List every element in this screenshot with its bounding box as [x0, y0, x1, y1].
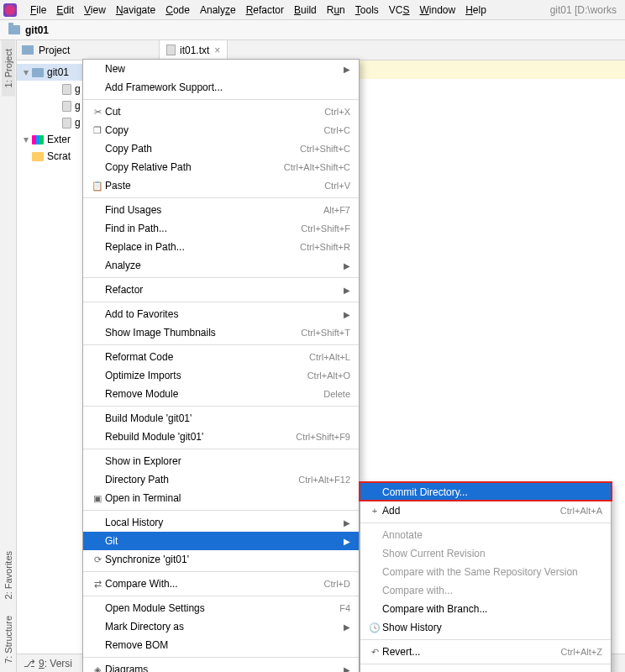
menu-item[interactable]: 📋PasteCtrl+V: [83, 176, 359, 195]
menu-item-icon: ✂: [90, 107, 105, 118]
menu-item-label: Commit Directory...: [382, 486, 602, 498]
left-tool-gutter: 1: Project 2: Favorites 7: Structure: [0, 40, 17, 672]
menu-item[interactable]: Copy Relative PathCtrl+Alt+Shift+C: [83, 158, 359, 176]
menu-item[interactable]: Show Image ThumbnailsCtrl+Shift+T: [83, 323, 359, 342]
menu-item-label: Optimize Imports: [105, 370, 287, 381]
menu-shortcut: Ctrl+Shift+R: [300, 242, 350, 252]
menu-item-icon: ⇄: [90, 579, 105, 590]
gutter-tab-structure[interactable]: 7: Structure: [2, 607, 15, 672]
menu-refactor[interactable]: Refactor: [241, 4, 289, 16]
menu-item[interactable]: Local History▶: [83, 513, 359, 532]
menu-item: Compare with...: [360, 581, 611, 600]
menu-item-icon: +: [367, 506, 382, 516]
menu-run[interactable]: Run: [322, 4, 350, 16]
app-logo-icon: [3, 3, 17, 17]
menu-window[interactable]: Window: [414, 4, 460, 16]
menu-shortcut: Delete: [323, 389, 350, 399]
menu-item[interactable]: Git▶: [83, 532, 359, 550]
menu-item[interactable]: ↶Revert...Ctrl+Alt+Z: [360, 643, 611, 661]
menu-file[interactable]: File: [25, 4, 51, 16]
menu-item[interactable]: Add to Favorites▶: [83, 305, 359, 323]
menu-item[interactable]: ✂CutCtrl+X: [83, 102, 359, 121]
breadcrumb-label[interactable]: git01: [25, 24, 49, 36]
menu-help[interactable]: Help: [460, 4, 491, 16]
menu-item[interactable]: Rebuild Module 'git01'Ctrl+Shift+F9: [83, 428, 359, 446]
menu-item[interactable]: Repository▶: [360, 667, 611, 672]
menu-item-label: Replace in Path...: [105, 241, 280, 253]
tree-label: git01: [47, 66, 69, 78]
bottom-tab-label: 9: Versi: [39, 658, 72, 669]
menu-view[interactable]: View: [79, 4, 111, 16]
menu-item[interactable]: Open Module SettingsF4: [83, 599, 359, 617]
menu-edit[interactable]: Edit: [51, 4, 79, 16]
tree-label: g: [75, 100, 81, 112]
submenu-arrow-icon: ▶: [344, 622, 350, 632]
breadcrumb: git01: [0, 20, 625, 40]
close-icon[interactable]: ×: [214, 45, 220, 56]
menu-bar: File Edit View Navigate Code Analyze Ref…: [0, 0, 625, 20]
menu-item[interactable]: Add Framework Support...: [83, 78, 359, 97]
menu-item-label: Directory Path: [105, 474, 278, 486]
txt-icon: [62, 118, 71, 129]
menu-code[interactable]: Code: [160, 4, 195, 16]
menu-item[interactable]: Commit Directory...: [360, 483, 611, 501]
menu-item[interactable]: Compare with Branch...: [360, 600, 611, 618]
menu-item: Compare with the Same Repository Version: [360, 563, 611, 581]
txt-icon: [62, 84, 71, 95]
menu-shortcut: Ctrl+X: [324, 107, 350, 117]
menu-item-label: Copy: [105, 124, 304, 136]
menu-item[interactable]: Copy PathCtrl+Shift+C: [83, 139, 359, 158]
gutter-tab-project[interactable]: 1: Project: [2, 40, 15, 96]
menu-item[interactable]: Directory PathCtrl+Alt+F12: [83, 470, 359, 489]
menu-navigate[interactable]: Navigate: [111, 4, 160, 16]
menu-item[interactable]: Mark Directory as▶: [83, 617, 359, 636]
submenu-arrow-icon: ▶: [344, 65, 350, 74]
menu-item[interactable]: ▣Open in Terminal: [83, 489, 359, 507]
menu-item[interactable]: ◈Diagrams▶: [83, 660, 359, 672]
menu-item-label: Reformat Code: [105, 351, 289, 363]
menu-item[interactable]: Remove ModuleDelete: [83, 385, 359, 403]
menu-shortcut: Ctrl+Alt+L: [309, 352, 350, 362]
menu-tools[interactable]: Tools: [350, 4, 384, 16]
folder-icon: [22, 45, 34, 55]
menu-item-label: Git: [105, 535, 328, 547]
menu-shortcut: Ctrl+Alt+A: [560, 506, 602, 516]
menu-build[interactable]: Build: [289, 4, 322, 16]
menu-item-label: Compare With...: [105, 578, 304, 590]
menu-item[interactable]: Show in Explorer: [83, 452, 359, 470]
editor-tab[interactable]: it01.txt ×: [160, 40, 228, 60]
menu-shortcut: Ctrl+Shift+C: [300, 144, 350, 154]
menu-shortcut: Ctrl+Shift+F: [301, 223, 350, 234]
menu-item-label: Find Usages: [105, 204, 303, 216]
menu-item-label: Show History: [382, 622, 602, 633]
menu-item[interactable]: +AddCtrl+Alt+A: [360, 501, 611, 520]
menu-item[interactable]: Refactor▶: [83, 281, 359, 299]
menu-item-icon: 📋: [90, 181, 105, 192]
context-menu-project: New▶Add Framework Support...✂CutCtrl+X❐C…: [82, 59, 360, 672]
menu-item[interactable]: Replace in Path...Ctrl+Shift+R: [83, 238, 359, 256]
project-panel-header[interactable]: Project: [17, 40, 159, 60]
menu-item[interactable]: Remove BOM: [83, 636, 359, 654]
menu-item[interactable]: ⇄Compare With...Ctrl+D: [83, 575, 359, 593]
menu-item[interactable]: Build Module 'git01': [83, 409, 359, 428]
menu-item-label: Compare with...: [382, 585, 602, 596]
menu-item[interactable]: ❐CopyCtrl+C: [83, 121, 359, 139]
menu-item-label: Revert...: [382, 646, 540, 658]
scratch-icon: [32, 152, 44, 161]
menu-item[interactable]: Find UsagesAlt+F7: [83, 201, 359, 219]
menu-item[interactable]: Reformat CodeCtrl+Alt+L: [83, 348, 359, 366]
menu-item-label: Refactor: [105, 284, 328, 296]
menu-item[interactable]: Find in Path...Ctrl+Shift+F: [83, 219, 359, 238]
menu-item-label: Analyze: [105, 260, 328, 271]
menu-item[interactable]: ⟳Synchronize 'git01': [83, 550, 359, 569]
gutter-tab-favorites[interactable]: 2: Favorites: [2, 543, 15, 607]
menu-item-label: New: [105, 63, 328, 75]
menu-analyze[interactable]: Analyze: [195, 4, 241, 16]
menu-item[interactable]: 🕓Show History: [360, 618, 611, 637]
menu-item[interactable]: Optimize ImportsCtrl+Alt+O: [83, 366, 359, 385]
menu-item[interactable]: New▶: [83, 60, 359, 78]
menu-item-label: Annotate: [382, 529, 602, 541]
menu-item-label: Rebuild Module 'git01': [105, 431, 276, 443]
menu-vcs[interactable]: VCS: [384, 4, 415, 16]
menu-item[interactable]: Analyze▶: [83, 256, 359, 275]
